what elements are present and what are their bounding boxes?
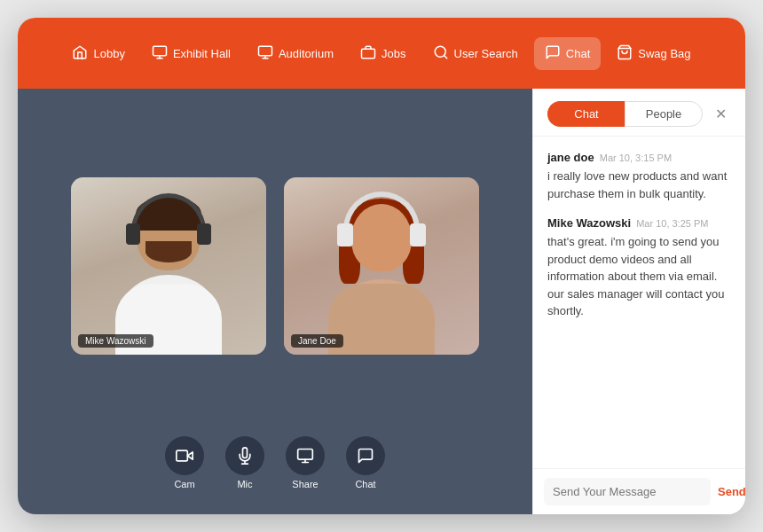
video-label-mike: Mike Wazowski (78, 334, 153, 348)
share-icon (296, 447, 314, 465)
mic-icon (236, 447, 254, 465)
svg-marker-10 (187, 452, 193, 459)
message-text-0: i really love new products and want purc… (547, 168, 731, 202)
video-controls: Cam Mic Share (35, 426, 515, 497)
message-meta-0: jane doe Mar 10, 3:15 PM (547, 151, 731, 164)
nav-label-user-search: User Search (454, 47, 518, 60)
svg-line-8 (444, 55, 446, 58)
jobs-icon (360, 44, 376, 63)
nav-label-lobby: Lobby (93, 47, 124, 60)
auditorium-icon (257, 44, 273, 63)
share-label: Share (292, 479, 318, 489)
cam-control[interactable]: Cam (165, 436, 204, 489)
mic-label: Mic (237, 479, 252, 489)
svg-rect-11 (177, 450, 188, 461)
chat-ctrl-icon-wrap (346, 436, 385, 475)
mic-control[interactable]: Mic (225, 436, 264, 489)
send-message-button[interactable]: Send (718, 485, 745, 498)
message-sender-1: Mike Wazowski (547, 216, 631, 230)
exhibit-icon (152, 44, 168, 63)
chat-panel: Chat People ✕ jane doe Mar 10, 3:15 PM i… (532, 89, 745, 514)
nav-item-chat[interactable]: Chat (534, 37, 601, 70)
chat-control[interactable]: Chat (346, 436, 385, 489)
video-tile-mike: Mike Wazowski (71, 177, 266, 355)
chat-message-input[interactable] (544, 478, 711, 505)
video-area: Mike Wazowski (18, 89, 532, 514)
nav-label-chat: Chat (566, 47, 590, 60)
mic-icon-wrap (225, 436, 264, 475)
chat-input-area: Send (533, 468, 745, 514)
main-content: Mike Wazowski (18, 89, 745, 514)
cam-label: Cam (174, 479, 194, 489)
share-control[interactable]: Share (286, 436, 325, 489)
participant-video-jane (284, 177, 479, 355)
message-text-1: that's great. i'm going to send you prod… (547, 233, 731, 320)
share-icon-wrap (286, 436, 325, 475)
chat-messages: jane doe Mar 10, 3:15 PM i really love n… (533, 137, 745, 468)
chat-ctrl-label: Chat (355, 479, 375, 489)
video-feeds: Mike Wazowski (35, 106, 515, 426)
video-tile-jane: Jane Doe (284, 177, 479, 355)
nav-item-user-search[interactable]: User Search (422, 37, 529, 70)
message-meta-1: Mike Wazowski Mar 10, 3:25 PM (547, 216, 731, 230)
svg-rect-0 (153, 46, 166, 56)
nav-label-exhibit-hall: Exhibit Hall (173, 47, 231, 60)
chat-ctrl-icon (357, 447, 374, 465)
close-chat-button[interactable]: ✕ (710, 104, 731, 125)
video-label-jane: Jane Doe (291, 334, 343, 348)
device-frame: Lobby Exhibit Hall Auditorium (18, 18, 745, 514)
nav-item-exhibit-hall[interactable]: Exhibit Hall (141, 37, 241, 70)
nav-label-jobs: Jobs (382, 47, 405, 60)
chat-icon (545, 44, 561, 63)
svg-rect-3 (258, 46, 271, 56)
nav-item-jobs[interactable]: Jobs (350, 37, 416, 70)
message-block-1: Mike Wazowski Mar 10, 3:25 PM that's gre… (547, 216, 731, 320)
cam-icon (176, 447, 193, 465)
search-icon (433, 44, 449, 63)
tab-people[interactable]: People (625, 101, 703, 127)
svg-rect-6 (362, 49, 375, 59)
nav-label-swag-bag: Swag Bag (638, 47, 690, 60)
cam-icon-wrap (165, 436, 204, 475)
chat-panel-header: Chat People ✕ (533, 89, 745, 137)
tab-chat[interactable]: Chat (547, 101, 625, 127)
svg-rect-14 (298, 450, 313, 460)
nav-label-auditorium: Auditorium (279, 47, 334, 60)
message-block-0: jane doe Mar 10, 3:15 PM i really love n… (547, 151, 731, 202)
home-icon (72, 44, 88, 63)
message-time-1: Mar 10, 3:25 PM (636, 218, 708, 229)
chat-tab-group: Chat People (547, 101, 703, 127)
participant-video-mike (71, 177, 266, 355)
message-time-0: Mar 10, 3:15 PM (600, 153, 672, 163)
nav-item-auditorium[interactable]: Auditorium (247, 37, 344, 70)
message-sender-0: jane doe (547, 151, 594, 164)
nav-item-swag-bag[interactable]: Swag Bag (606, 37, 701, 70)
top-navigation: Lobby Exhibit Hall Auditorium (18, 18, 745, 89)
swag-bag-icon (617, 44, 633, 63)
nav-item-lobby[interactable]: Lobby (61, 37, 135, 70)
